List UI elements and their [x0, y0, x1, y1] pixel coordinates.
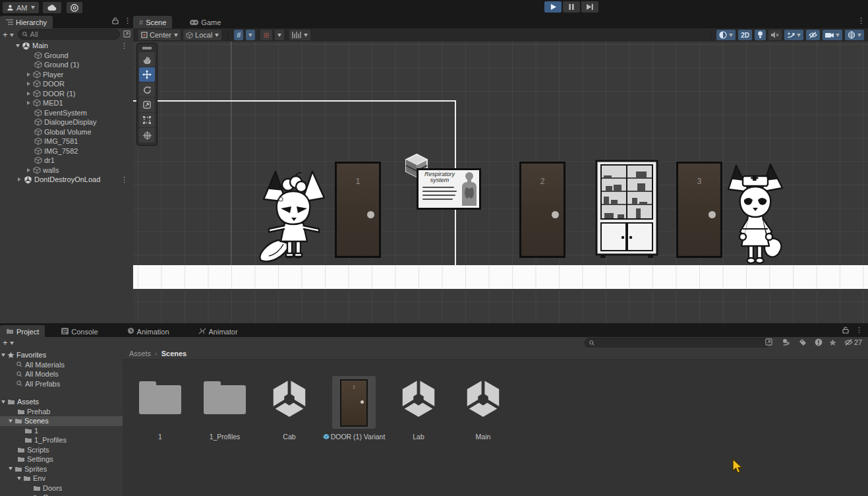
doctor-fox-sprite[interactable]: [256, 162, 332, 265]
shading-mode-dropdown[interactable]: [716, 30, 736, 40]
snap-dropdown[interactable]: [275, 30, 284, 40]
project-create-dropdown[interactable]: [10, 342, 14, 345]
project-lock-icon[interactable]: [842, 326, 849, 335]
scene-camera-dropdown[interactable]: [823, 30, 842, 40]
account-menu-button[interactable]: AM: [3, 2, 39, 13]
tree-row[interactable]: 1_Profiles: [0, 435, 123, 445]
expand-arrow[interactable]: [27, 101, 30, 105]
tab-hierarchy[interactable]: Hierarchy: [0, 16, 53, 28]
nurse-fox-sprite[interactable]: [727, 163, 785, 264]
open-search-window-icon[interactable]: [765, 338, 772, 347]
search-by-label-icon[interactable]: [799, 338, 807, 348]
tree-row-env[interactable]: Env: [0, 474, 123, 483]
overlay-drag-handle[interactable]: [142, 47, 152, 49]
asset-scene-main[interactable]: Main: [451, 376, 515, 420]
tree-row-assets[interactable]: Assets: [0, 397, 123, 407]
expand-arrow[interactable]: [16, 44, 20, 47]
scene-canvas[interactable]: 1 Respiratory system: [133, 42, 868, 323]
scale-tool[interactable]: [139, 98, 155, 112]
expand-arrow[interactable]: [9, 419, 13, 423]
hierarchy-row[interactable]: Ground (1): [0, 60, 133, 70]
pause-button[interactable]: [563, 1, 580, 13]
scene-visibility-toggle[interactable]: [806, 30, 820, 40]
hierarchy-row[interactable]: DOOR: [0, 79, 133, 89]
tab-project[interactable]: Project: [0, 325, 45, 338]
scene-options-kebab[interactable]: ⋮: [121, 42, 128, 50]
rect-tool[interactable]: [139, 113, 155, 127]
scene-picker-icon[interactable]: [123, 30, 130, 39]
transform-tool[interactable]: [139, 128, 155, 142]
medicine-cabinet[interactable]: [595, 160, 658, 259]
breadcrumb-current[interactable]: Scenes: [161, 350, 187, 357]
breadcrumb-root[interactable]: Assets: [129, 350, 151, 357]
favorites-star-icon[interactable]: [829, 339, 836, 348]
play-button[interactable]: [544, 1, 562, 13]
scene-options-kebab[interactable]: ⋮: [121, 175, 128, 184]
asset-folder-1-profiles[interactable]: 1_Profiles: [192, 376, 257, 414]
tab-game[interactable]: Game: [184, 16, 227, 28]
rotate-tool[interactable]: [139, 82, 155, 97]
tree-row[interactable]: Settings: [0, 454, 123, 464]
asset-scene-lab[interactable]: Lab: [386, 376, 451, 420]
hidden-packages-toggle[interactable]: 27: [844, 338, 862, 346]
hierarchy-menu-kebab[interactable]: ⋮: [124, 16, 131, 25]
expand-arrow[interactable]: [27, 92, 30, 96]
tree-row[interactable]: Prehab: [0, 407, 123, 417]
create-button[interactable]: +: [3, 30, 8, 40]
hierarchy-row[interactable]: DialogueDisplay: [0, 117, 133, 127]
view-hand-tool[interactable]: [139, 52, 155, 67]
expand-arrow[interactable]: [27, 73, 30, 77]
create-dropdown-arrow[interactable]: [10, 34, 14, 37]
tab-animator[interactable]: Animator: [192, 325, 244, 338]
snap-increment-button[interactable]: [289, 30, 310, 40]
cloud-services-button[interactable]: [43, 2, 61, 13]
search-importance-icon[interactable]: [815, 338, 823, 348]
hierarchy-row-main[interactable]: Main ⋮: [0, 41, 133, 51]
grid-snap-toggle[interactable]: #: [234, 30, 243, 40]
project-create-button[interactable]: +: [3, 338, 8, 348]
move-tool[interactable]: [139, 67, 155, 82]
2d-mode-toggle[interactable]: 2D: [738, 30, 752, 40]
hierarchy-row-dontdestroyonload[interactable]: DontDestroyOnLoad ⋮: [0, 175, 133, 185]
asset-prefab-door-variant[interactable]: 1 DOOR (1) Variant: [322, 376, 386, 427]
project-menu-kebab[interactable]: ⋮: [855, 326, 863, 334]
expand-arrow[interactable]: [18, 177, 21, 181]
tree-row-scenes-selected[interactable]: Scenes: [0, 416, 123, 426]
tree-row[interactable]: 1: [0, 426, 123, 436]
hierarchy-row[interactable]: Global Volume: [0, 127, 133, 137]
gizmos-dropdown[interactable]: [845, 30, 864, 40]
expand-arrow[interactable]: [9, 467, 13, 470]
hierarchy-row[interactable]: Player: [0, 70, 133, 80]
project-search-input[interactable]: [585, 338, 769, 348]
hierarchy-row[interactable]: IMG_7582: [0, 146, 133, 156]
hierarchy-row[interactable]: MED1: [0, 98, 133, 108]
asset-folder-1[interactable]: 1: [128, 376, 192, 414]
expand-arrow[interactable]: [27, 168, 30, 172]
scene-audio-toggle[interactable]: [768, 30, 782, 40]
tree-row-clipped[interactable]: Ca: [0, 493, 123, 496]
expand-arrow[interactable]: [1, 400, 5, 404]
tree-row[interactable]: All Materials: [0, 360, 123, 370]
snap-toggle[interactable]: ⊞: [260, 30, 272, 40]
hierarchy-row[interactable]: Ground: [0, 51, 133, 61]
expand-arrow[interactable]: [1, 354, 5, 357]
tree-row[interactable]: Scripts: [0, 445, 123, 455]
asset-scene-cab[interactable]: Cab: [257, 376, 322, 420]
hierarchy-row[interactable]: EventSystem: [0, 108, 133, 118]
door-2[interactable]: 2: [519, 162, 565, 258]
search-by-type-icon[interactable]: [782, 338, 790, 348]
pivot-mode-dropdown[interactable]: Center: [138, 30, 181, 40]
tree-row-sprites[interactable]: Sprites: [0, 464, 123, 474]
expand-arrow[interactable]: [27, 82, 30, 86]
hierarchy-row[interactable]: DOOR (1): [0, 89, 133, 99]
tree-row[interactable]: All Models: [0, 369, 123, 379]
hierarchy-row[interactable]: dr1: [0, 156, 133, 166]
tab-console[interactable]: Console: [55, 325, 103, 338]
tree-row[interactable]: All Prefabs: [0, 379, 123, 389]
hierarchy-search-input[interactable]: All: [18, 29, 120, 40]
handle-space-dropdown[interactable]: Local: [183, 30, 221, 40]
hierarchy-row[interactable]: walls: [0, 166, 133, 175]
door-3[interactable]: 3: [676, 162, 722, 258]
respiratory-poster[interactable]: Respiratory system: [417, 168, 481, 210]
tab-scene[interactable]: # Scene: [133, 16, 172, 28]
